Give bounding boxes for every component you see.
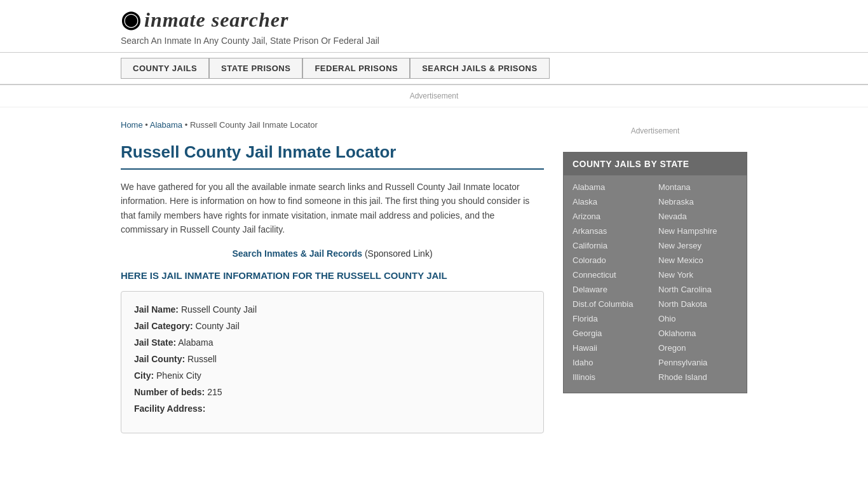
jail-beds-row: Number of beds: 215	[134, 387, 531, 397]
section-heading: HERE IS JAIL INMATE INFORMATION FOR THE …	[121, 270, 544, 281]
state-link[interactable]: New York	[658, 268, 738, 281]
sponsored-label: (Sponsored Link)	[365, 248, 433, 259]
breadcrumb-state[interactable]: Alabama	[150, 120, 182, 130]
logo-area: ◉ inmate searcher	[121, 6, 747, 33]
state-link[interactable]: Hawaii	[573, 341, 652, 355]
nav-bar: COUNTY JAILS STATE PRISONS FEDERAL PRISO…	[0, 53, 868, 85]
state-link[interactable]: Idaho	[573, 356, 652, 369]
sponsored-link[interactable]: Search Inmates & Jail Records	[232, 248, 362, 259]
main-content: Home • Alabama • Russell County Jail Inm…	[0, 107, 868, 446]
state-link[interactable]: New Hampshire	[658, 224, 738, 238]
state-link[interactable]: Oklahoma	[658, 327, 738, 340]
info-box: Jail Name: Russell County Jail Jail Cate…	[121, 291, 544, 433]
state-link[interactable]: Colorado	[573, 254, 652, 267]
breadcrumb: Home • Alabama • Russell County Jail Inm…	[121, 120, 544, 130]
jail-county-value: Russell	[187, 354, 217, 364]
state-link[interactable]: Alabama	[573, 180, 652, 194]
content-area: Home • Alabama • Russell County Jail Inm…	[121, 107, 544, 446]
jail-name-label: Jail Name:	[134, 304, 179, 315]
nav-federal-prisons[interactable]: FEDERAL PRISONS	[302, 58, 410, 79]
jail-address-row: Facility Address:	[134, 403, 531, 414]
state-box: COUNTY JAILS BY STATE AlabamaMontanaAlas…	[563, 152, 747, 393]
state-link[interactable]: Arizona	[573, 210, 652, 223]
jail-city-value: Phenix City	[156, 370, 201, 381]
jail-category-label: Jail Category:	[134, 321, 193, 331]
state-link[interactable]: Connecticut	[573, 268, 652, 281]
header: ◉ inmate searcher Search An Inmate In An…	[0, 0, 868, 53]
page-title: Russell County Jail Inmate Locator	[121, 142, 544, 170]
state-grid: AlabamaMontanaAlaskaNebraskaArizonaNevad…	[564, 175, 747, 393]
breadcrumb-home[interactable]: Home	[121, 120, 143, 130]
jail-beds-label: Number of beds:	[134, 387, 205, 397]
state-link[interactable]: Illinois	[573, 370, 652, 384]
state-link[interactable]: Georgia	[573, 327, 652, 340]
state-link[interactable]: Ohio	[658, 312, 738, 325]
sponsored-link-area: Search Inmates & Jail Records (Sponsored…	[121, 248, 544, 259]
jail-category-value: County Jail	[195, 321, 239, 331]
state-link[interactable]: North Carolina	[658, 283, 738, 296]
state-link[interactable]: Alaska	[573, 195, 652, 208]
jail-state-value: Alabama	[178, 337, 213, 348]
state-link[interactable]: Nebraska	[658, 195, 738, 208]
jail-state-row: Jail State: Alabama	[134, 337, 531, 348]
jail-state-label: Jail State:	[134, 337, 176, 348]
state-link[interactable]: Oregon	[658, 341, 738, 355]
state-link[interactable]: Florida	[573, 312, 652, 325]
nav-search-jails[interactable]: SEARCH JAILS & PRISONS	[410, 58, 549, 79]
jail-beds-value: 215	[207, 387, 222, 397]
state-link[interactable]: Arkansas	[573, 224, 652, 238]
logo-icon: ◉	[121, 6, 140, 33]
breadcrumb-current: Russell County Jail Inmate Locator	[190, 120, 318, 130]
state-link[interactable]: Delaware	[573, 283, 652, 296]
state-link[interactable]: North Dakota	[658, 297, 738, 311]
state-link[interactable]: California	[573, 239, 652, 252]
jail-name-row: Jail Name: Russell County Jail	[134, 304, 531, 315]
ad-banner: Advertisement	[0, 85, 868, 107]
jail-category-row: Jail Category: County Jail	[134, 321, 531, 331]
state-link[interactable]: Pennsylvania	[658, 356, 738, 369]
nav-state-prisons[interactable]: STATE PRISONS	[209, 58, 302, 79]
logo-text: inmate searcher	[144, 8, 288, 32]
sidebar-ad: Advertisement	[563, 120, 747, 142]
jail-county-label: Jail County:	[134, 354, 185, 364]
state-link[interactable]: New Mexico	[658, 254, 738, 267]
tagline: Search An Inmate In Any County Jail, Sta…	[121, 36, 747, 46]
jail-name-value: Russell County Jail	[181, 304, 257, 315]
description: We have gathered for you all the availab…	[121, 180, 544, 237]
jail-county-row: Jail County: Russell	[134, 354, 531, 364]
nav-county-jails[interactable]: COUNTY JAILS	[121, 58, 209, 79]
state-link[interactable]: Nevada	[658, 210, 738, 223]
jail-city-row: City: Phenix City	[134, 370, 531, 381]
state-link[interactable]: New Jersey	[658, 239, 738, 252]
jail-address-label: Facility Address:	[134, 403, 205, 414]
state-link[interactable]: Montana	[658, 180, 738, 194]
sidebar: Advertisement COUNTY JAILS BY STATE Alab…	[563, 107, 747, 446]
state-link[interactable]: Rhode Island	[658, 370, 738, 384]
state-link[interactable]: Dist.of Columbia	[573, 297, 652, 311]
jail-city-label: City:	[134, 370, 154, 381]
state-box-title: COUNTY JAILS BY STATE	[564, 152, 747, 175]
